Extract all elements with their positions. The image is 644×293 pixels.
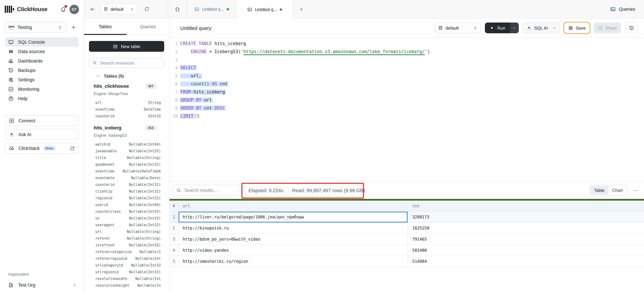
new-table-button[interactable]: New table bbox=[89, 41, 164, 52]
notifications-bell-icon[interactable] bbox=[60, 6, 66, 13]
save-icon bbox=[568, 25, 573, 31]
tables-group-header[interactable]: Tables (5) bbox=[96, 73, 169, 79]
table-row[interactable]: 3http://bdsm_po_yers=0&with_video791465 bbox=[170, 234, 644, 245]
tab-tables[interactable]: Tables bbox=[84, 19, 126, 35]
view-toggle: Table Chart bbox=[589, 185, 628, 196]
row-url-cell[interactable]: http://kinopoisk.ru bbox=[179, 223, 408, 233]
code-line[interactable]: 1CREATE TABLE hits_iceberg bbox=[170, 40, 644, 48]
code-line[interactable]: 3 bbox=[170, 56, 644, 64]
new-tab-button[interactable] bbox=[293, 0, 310, 18]
table-row[interactable]: 4http://video.yandex582400 bbox=[170, 245, 644, 256]
sql-editor[interactable]: 1CREATE TABLE hits_iceberg2 ENGINE = Ice… bbox=[170, 38, 644, 181]
column-row: referercategoryidNullable(I bbox=[94, 248, 169, 255]
code-line[interactable]: 6····count()·AS·cnt bbox=[170, 80, 644, 88]
query-workspace: Untitled query default Run SQL AI bbox=[170, 19, 644, 293]
topbar-database-selector[interactable]: default bbox=[100, 4, 138, 15]
sidebar-item-data-sources[interactable]: Data sources bbox=[5, 47, 78, 56]
results-more-menu-icon[interactable] bbox=[632, 187, 639, 193]
column-row: osNullable(Int32) bbox=[94, 215, 169, 221]
top-bar: default Untitled q... Untitled q... Quer… bbox=[84, 0, 644, 19]
code-line[interactable]: 2 ENGINE = IcebergS3('https://datasets-d… bbox=[170, 48, 644, 56]
column-row: refererNullable(String) bbox=[94, 235, 169, 242]
code-line[interactable]: 8GROUP·BY·url bbox=[170, 96, 644, 104]
add-service-button[interactable] bbox=[70, 24, 76, 30]
save-button[interactable]: Save bbox=[564, 23, 590, 33]
avatar[interactable]: DT bbox=[70, 5, 79, 14]
clickstack-label: ClickStack bbox=[18, 146, 40, 151]
column-row: resolutionwidthNullable(Int bbox=[94, 275, 169, 282]
sidebar-item-label: Backups bbox=[18, 68, 36, 73]
code-line[interactable]: 7FROM·hits_iceberg bbox=[170, 88, 644, 96]
search-resources-input[interactable] bbox=[100, 60, 161, 66]
column-row: goodeventNullable(Int32) bbox=[94, 161, 169, 168]
play-icon bbox=[490, 25, 494, 31]
column-row: urlString bbox=[94, 99, 169, 106]
sidebar-item-monitoring[interactable]: Monitoring bbox=[5, 84, 78, 94]
run-button[interactable]: Run bbox=[485, 23, 519, 33]
selected-text: FROM·hits_iceberg bbox=[180, 89, 226, 94]
view-toggle-chart[interactable]: Chart bbox=[608, 186, 626, 195]
row-url-cell[interactable]: http://bdsm_po_yers=0&with_video bbox=[179, 234, 408, 245]
query-history-button[interactable] bbox=[625, 23, 638, 33]
code-line[interactable]: 4SELECT bbox=[170, 64, 644, 72]
history-icon bbox=[629, 25, 634, 31]
table-row[interactable]: 2http://kinopoisk.ru1625250 bbox=[170, 223, 644, 234]
data-sources-icon bbox=[8, 49, 14, 54]
editor-database-selector[interactable]: default bbox=[435, 23, 481, 33]
header-cnt[interactable]: cnt bbox=[408, 201, 644, 211]
sidebar-item-sql-console[interactable]: SQL Console bbox=[5, 37, 78, 47]
view-toggle-table[interactable]: Table bbox=[590, 186, 608, 195]
sidebar-item-dashboards[interactable]: Dashboards bbox=[5, 56, 78, 66]
row-cnt-cell[interactable]: 791465 bbox=[408, 234, 644, 245]
row-cnt-cell[interactable]: 3288173 bbox=[408, 212, 644, 222]
collapse-sidebar-icon[interactable] bbox=[90, 6, 95, 12]
sidebar-item-settings[interactable]: Settings bbox=[5, 75, 78, 84]
elapsed-stat: Elapsed: 9.224s bbox=[248, 188, 284, 193]
queries-button[interactable]: Queries bbox=[610, 0, 644, 18]
sidebar-item-help[interactable]: Help bbox=[5, 94, 78, 103]
home-tab-button[interactable] bbox=[168, 0, 187, 18]
column-row: eventtimeNullable(DateTime6 bbox=[94, 168, 169, 174]
connect-button[interactable]: Connect bbox=[5, 115, 78, 126]
header-url[interactable]: url bbox=[179, 201, 408, 211]
code-line[interactable]: 9ORDER·BY·cnt·DESC bbox=[170, 104, 644, 112]
row-cnt-cell[interactable]: 1625250 bbox=[408, 223, 644, 233]
tab-queries[interactable]: Queries bbox=[126, 19, 169, 35]
selected-text: SELECT bbox=[180, 65, 197, 70]
logo-row: ClickHouse DT bbox=[0, 0, 84, 19]
row-cnt-cell[interactable]: 582400 bbox=[408, 245, 644, 256]
clickstack-button[interactable]: ClickStack Beta bbox=[5, 143, 78, 154]
query-tab-1[interactable]: Untitled q... bbox=[187, 0, 236, 18]
row-url-cell[interactable]: http://smeshariki.ru/region bbox=[179, 256, 408, 267]
sidebar-item-backups[interactable]: Backups bbox=[5, 66, 78, 75]
row-url-cell[interactable]: http://video.yandex bbox=[179, 245, 408, 256]
table-entry-hits-clickhouse[interactable]: hits_clickhouse MT Engine: MergeTree url… bbox=[84, 82, 169, 119]
query-tab-2-active[interactable]: Untitled q... bbox=[236, 0, 293, 19]
connect-label: Connect bbox=[18, 118, 36, 123]
code-line[interactable]: 10LIMIT·5 bbox=[170, 112, 644, 120]
new-table-label: New table bbox=[121, 44, 140, 49]
row-url-cell[interactable]: http://liver.ru/belgorod/page/1006.jки/д… bbox=[179, 212, 408, 222]
sparkles-icon bbox=[9, 132, 14, 137]
ask-ai-button[interactable]: Ask AI bbox=[5, 129, 78, 140]
sidebar-item-label: Help bbox=[18, 96, 28, 101]
column-row: eventtimeDateTime bbox=[94, 106, 169, 113]
table-row[interactable]: 1http://liver.ru/belgorod/page/1006.jки/… bbox=[170, 212, 644, 223]
sql-ai-button[interactable]: SQL AI bbox=[523, 23, 560, 33]
column-list: watchidNullable(Int64)javaenableNullable… bbox=[94, 141, 169, 289]
workspace-selector[interactable]: aws Testing bbox=[5, 22, 66, 33]
notification-dot bbox=[64, 5, 67, 8]
share-button-disabled[interactable]: Share bbox=[594, 23, 621, 33]
header-index: # bbox=[170, 201, 179, 211]
aws-logo-icon: aws bbox=[8, 25, 14, 30]
results-toolbar: Elapsed: 9.224s Read: 99,997,497 rows (9… bbox=[170, 181, 644, 199]
table-row[interactable]: 5http://smeshariki.ru/region514984 bbox=[170, 256, 644, 267]
run-options-chevron-icon[interactable] bbox=[510, 23, 519, 33]
refresh-icon[interactable] bbox=[144, 7, 150, 12]
row-cnt-cell[interactable]: 514984 bbox=[408, 256, 644, 267]
search-results-input[interactable] bbox=[184, 187, 237, 193]
organization-row[interactable]: Test Org bbox=[0, 280, 84, 290]
table-entry-hits-iceberg[interactable]: hits_iceberg IS3 Engine: IcebergS3 watch… bbox=[84, 124, 169, 289]
database-icon bbox=[438, 25, 443, 31]
code-line[interactable]: 5····url, bbox=[170, 72, 644, 80]
